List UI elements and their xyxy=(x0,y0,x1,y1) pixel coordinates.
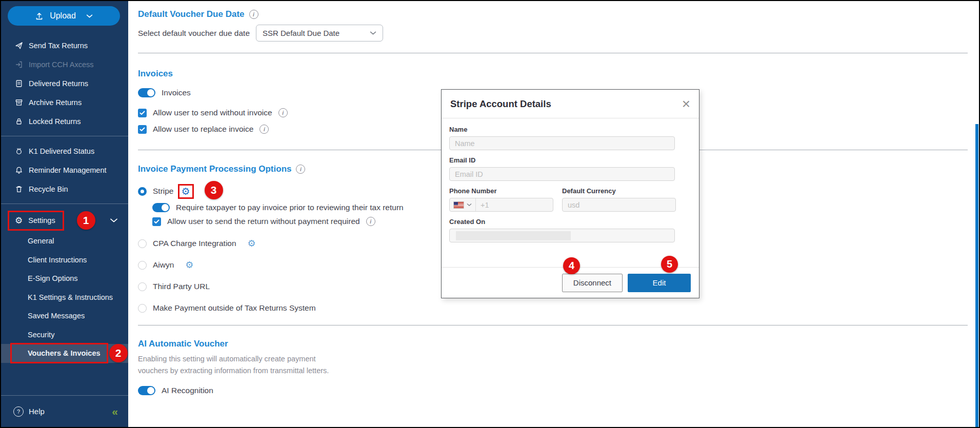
check-icon xyxy=(154,219,159,224)
email-field[interactable] xyxy=(449,167,675,181)
bell-icon xyxy=(15,166,23,174)
upload-icon xyxy=(35,12,44,21)
chevron-down-icon[interactable] xyxy=(110,216,118,225)
import-icon xyxy=(15,60,23,69)
sidebar-item-delivered-returns[interactable]: Delivered Returns xyxy=(1,74,128,93)
sidebar-divider xyxy=(1,136,128,136)
sidebar-item-client-instructions[interactable]: Client Instructions xyxy=(1,251,128,270)
sidebar-item-k1-settings[interactable]: K1 Settings & Instructions xyxy=(1,288,128,307)
sidebar-item-k1-delivered-status[interactable]: K1 Delivered Status xyxy=(1,141,128,160)
send-without-payment-checkbox[interactable] xyxy=(152,217,161,226)
stripe-settings-gear-icon[interactable]: ⚙ xyxy=(182,187,190,196)
sidebar-item-import-cch-axcess: Import CCH Axcess xyxy=(1,55,128,74)
invoices-toggle-label: Invoices xyxy=(162,88,191,97)
sidebar-item-reminder-management[interactable]: Reminder Management xyxy=(1,160,128,179)
created-on-label: Created On xyxy=(449,218,691,226)
info-icon[interactable]: i xyxy=(366,217,375,226)
phone-field[interactable]: +1 xyxy=(449,198,553,212)
select-due-date-label: Select default voucher due date xyxy=(138,29,250,38)
sidebar-item-archive-returns[interactable]: Archive Returns xyxy=(1,93,128,112)
lock-icon xyxy=(15,117,23,126)
sidebar-item-settings[interactable]: ⚙ Settings 1 xyxy=(1,209,128,232)
outside-payment-radio[interactable] xyxy=(138,304,147,313)
disconnect-button[interactable]: Disconnect xyxy=(562,274,623,292)
annotation-step-4: 4 xyxy=(563,257,580,274)
vertical-scrollbar[interactable] xyxy=(975,124,978,427)
due-date-select-value: SSR Default Due Date xyxy=(263,29,339,37)
check-icon xyxy=(139,127,145,132)
due-date-select[interactable]: SSR Default Due Date xyxy=(256,25,383,42)
sidebar-item-label: Locked Returns xyxy=(29,117,81,126)
sidebar: Upload Send Tax Returns Import CCH Axces… xyxy=(1,1,128,427)
info-icon[interactable]: i xyxy=(259,125,269,134)
default-due-date-row: Select default voucher due date SSR Defa… xyxy=(138,25,968,42)
phone-label: Phone Number xyxy=(449,187,553,195)
sidebar-item-label: Archive Returns xyxy=(29,98,82,107)
section-divider xyxy=(138,325,968,325)
help-label[interactable]: Help xyxy=(29,407,45,416)
sidebar-divider xyxy=(1,203,128,204)
country-code-select[interactable] xyxy=(450,198,476,211)
sidebar-item-security[interactable]: Security xyxy=(1,325,128,344)
info-icon[interactable]: i xyxy=(296,165,305,174)
sidebar-item-recycle-bin[interactable]: Recycle Bin xyxy=(1,179,128,198)
name-field[interactable] xyxy=(449,136,675,150)
sidebar-nav-2: K1 Delivered Status Reminder Management … xyxy=(1,141,128,198)
info-icon[interactable]: i xyxy=(278,108,288,117)
sidebar-item-esign-options[interactable]: E-Sign Options xyxy=(1,269,128,288)
vouchers-highlight-box: Vouchers & Invoices xyxy=(10,343,108,363)
aiwyn-settings-gear-icon[interactable]: ⚙ xyxy=(185,260,193,270)
edit-button[interactable]: Edit xyxy=(628,274,691,292)
trash-icon xyxy=(15,185,23,193)
phone-field-group: Phone Number +1 xyxy=(449,181,553,212)
outside-payment-option-row: Make Payment outside of Tax Returns Syst… xyxy=(138,303,968,313)
us-flag-icon xyxy=(453,201,464,209)
send-icon xyxy=(15,42,23,50)
currency-field-group: Default Currency xyxy=(562,181,676,212)
ai-recognition-label: AI Recognition xyxy=(162,386,213,395)
sidebar-item-vouchers-invoices[interactable]: Vouchers & Invoices 2 xyxy=(1,344,128,363)
third-party-radio[interactable] xyxy=(138,282,147,291)
settings-submenu: General Client Instructions E-Sign Optio… xyxy=(1,232,128,363)
invoices-heading: Invoices xyxy=(138,69,968,79)
replace-invoice-checkbox[interactable] xyxy=(138,125,147,134)
k1-status-icon xyxy=(15,147,23,155)
phone-placeholder: +1 xyxy=(476,201,489,209)
sidebar-item-label: Reminder Management xyxy=(29,166,107,174)
sidebar-item-saved-messages[interactable]: Saved Messages xyxy=(1,307,128,325)
gear-icon: ⚙ xyxy=(15,216,23,225)
sidebar-item-general[interactable]: General xyxy=(1,232,128,251)
currency-field[interactable] xyxy=(562,198,676,212)
modal-body: Name Email ID Phone Number +1 Defaul xyxy=(442,118,699,242)
sidebar-item-label: Import CCH Axcess xyxy=(29,60,94,69)
created-on-field xyxy=(449,229,675,242)
require-payment-toggle[interactable] xyxy=(152,203,170,212)
ai-voucher-description: Enabling this setting will automatically… xyxy=(138,353,968,376)
collapse-sidebar-icon[interactable]: « xyxy=(112,405,118,418)
cpa-settings-gear-icon[interactable]: ⚙ xyxy=(248,239,256,248)
ai-recognition-toggle[interactable] xyxy=(138,386,155,395)
sidebar-item-label: Settings xyxy=(28,216,55,225)
check-icon xyxy=(139,111,145,115)
chevron-down-icon xyxy=(467,203,472,207)
chevron-down-icon[interactable] xyxy=(86,14,93,18)
sidebar-item-send-tax-returns[interactable]: Send Tax Returns xyxy=(1,36,128,55)
invoices-toggle[interactable] xyxy=(138,88,155,97)
chevron-down-icon xyxy=(370,31,376,35)
info-icon[interactable]: i xyxy=(249,10,258,19)
sidebar-item-label: Delivered Returns xyxy=(29,79,88,88)
help-icon: ? xyxy=(13,406,24,417)
close-icon[interactable]: × xyxy=(682,97,690,111)
stripe-radio[interactable] xyxy=(138,187,147,196)
default-voucher-heading: Default Voucher Due Date i xyxy=(138,9,968,19)
archive-icon xyxy=(15,98,23,107)
annotation-step-1: 1 xyxy=(77,211,95,230)
sidebar-item-label: K1 Delivered Status xyxy=(29,147,94,155)
send-without-invoice-checkbox[interactable] xyxy=(138,109,147,117)
cpa-charge-radio[interactable] xyxy=(138,239,147,248)
sidebar-item-locked-returns[interactable]: Locked Returns xyxy=(1,112,128,131)
aiwyn-radio[interactable] xyxy=(138,261,147,270)
upload-button[interactable]: Upload xyxy=(8,6,120,26)
annotation-step-3: 3 xyxy=(205,181,223,199)
app-window: Upload Send Tax Returns Import CCH Axces… xyxy=(0,0,980,428)
